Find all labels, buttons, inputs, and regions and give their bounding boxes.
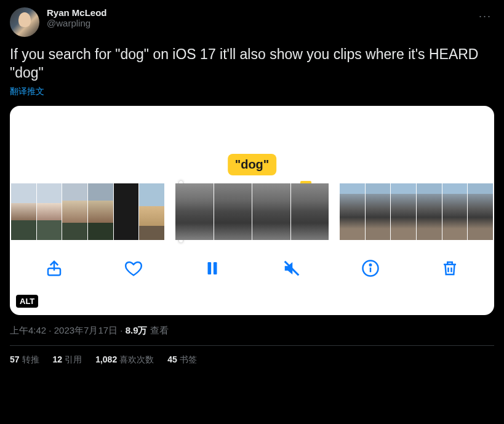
media-top-area: "dog" xyxy=(10,106,494,183)
caption-bubble: "dog" xyxy=(228,154,277,175)
mute-button[interactable] xyxy=(279,256,304,281)
stat-bookmarks[interactable]: 45书签 xyxy=(167,354,197,366)
thumbnail-frame xyxy=(417,183,442,240)
heart-icon xyxy=(124,259,143,278)
thumbnail-frame xyxy=(340,183,365,240)
thumbnail-frame xyxy=(62,183,87,240)
share-icon xyxy=(45,259,63,278)
stat-likes[interactable]: 1,082喜欢次数 xyxy=(95,354,154,366)
speaker-mute-icon xyxy=(282,259,301,278)
tweet-text: If you search for "dog" on iOS 17 it'll … xyxy=(10,46,494,82)
thumbnail-frame xyxy=(88,183,113,240)
tweet-meta: 上午4:42 · 2023年7月17日 · 8.9万 查看 xyxy=(10,325,494,337)
thumbnail-frame xyxy=(214,183,252,240)
views-label: 查看 xyxy=(150,325,169,335)
more-button[interactable]: ··· xyxy=(476,7,494,25)
translate-link[interactable]: 翻译推文 xyxy=(10,86,494,97)
thumbnail-frame xyxy=(11,183,36,240)
share-button[interactable] xyxy=(42,256,66,281)
tweet-header: Ryan McLeod @warpling ··· xyxy=(10,7,494,37)
like-button[interactable] xyxy=(121,256,146,281)
tweet-stats: 57转推 12引用 1,082喜欢次数 45书签 xyxy=(10,354,494,366)
svg-rect-2 xyxy=(214,262,217,274)
divider xyxy=(10,345,494,346)
stat-retweets[interactable]: 57转推 xyxy=(10,354,39,366)
meta-date[interactable]: 2023年7月17日 xyxy=(54,325,118,335)
thumbnail-frame xyxy=(37,183,62,240)
media-toolbar xyxy=(10,240,494,297)
thumbnail-frame xyxy=(175,183,214,240)
thumbnail-frame xyxy=(252,183,290,240)
views-count: 8.9万 xyxy=(126,325,148,335)
thumbnail-frame xyxy=(366,183,391,240)
clip-group-1[interactable] xyxy=(11,183,164,240)
info-icon xyxy=(361,259,380,278)
author-handle: @warpling xyxy=(47,18,469,28)
video-timeline[interactable] xyxy=(10,183,494,240)
author-identity[interactable]: Ryan McLeod @warpling xyxy=(47,7,469,28)
alt-badge[interactable]: ALT xyxy=(16,295,38,308)
thumbnail-frame xyxy=(114,183,139,240)
thumbnail-frame xyxy=(139,183,164,240)
stat-quotes[interactable]: 12引用 xyxy=(53,354,82,366)
info-button[interactable] xyxy=(358,256,383,281)
delete-button[interactable] xyxy=(438,256,462,281)
thumbnail-frame xyxy=(291,183,329,240)
trash-icon xyxy=(441,259,459,278)
svg-rect-1 xyxy=(208,262,212,274)
svg-point-6 xyxy=(370,264,372,266)
avatar[interactable] xyxy=(10,7,39,37)
media-attachment[interactable]: "dog" xyxy=(10,106,494,315)
pause-button[interactable] xyxy=(200,256,225,281)
thumbnail-frame xyxy=(442,183,468,240)
tweet-container: Ryan McLeod @warpling ··· If you search … xyxy=(0,0,504,366)
meta-time[interactable]: 上午4:42 xyxy=(10,325,46,335)
clip-group-2[interactable] xyxy=(175,183,329,240)
clip-group-3[interactable] xyxy=(340,183,493,240)
thumbnail-frame xyxy=(391,183,416,240)
display-name: Ryan McLeod xyxy=(47,7,469,18)
thumbnail-frame xyxy=(468,183,493,240)
pause-icon xyxy=(203,259,222,278)
